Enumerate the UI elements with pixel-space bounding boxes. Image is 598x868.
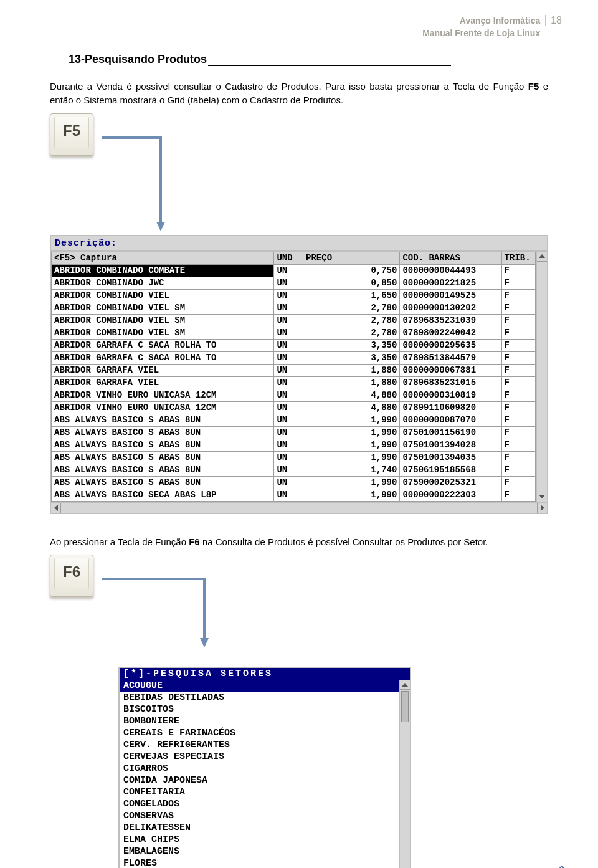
table-row[interactable]: ABRIDOR COMBINADO COMBATEUN0,75000000000…: [52, 264, 536, 277]
para2-b: F6: [189, 537, 200, 547]
col-capture[interactable]: <F5> Captura: [52, 252, 274, 264]
cell-preco: 1,990: [303, 451, 400, 464]
table-row[interactable]: ABRIDOR VINHO EURO UNICASA 12CMUN4,88007…: [52, 401, 536, 414]
sector-vscrollbar[interactable]: [399, 680, 410, 868]
table-row[interactable]: ABS ALWAYS BASICO S ABAS 8UNUN1,99007501…: [52, 451, 536, 464]
cell-barras: 07501001394028: [400, 439, 501, 451]
page-header: Avanço Informática Manual Frente de Loja…: [422, 15, 567, 39]
list-item[interactable]: CONFEITARIA: [120, 786, 399, 798]
f5-key: F5: [50, 113, 93, 156]
table-row[interactable]: ABRIDOR GARRAFA C SACA ROLHA TOUN3,35007…: [52, 351, 536, 364]
cell-barras: 00000000087070: [400, 414, 501, 426]
list-item[interactable]: DELIKATESSEN: [120, 822, 399, 834]
para2-a: Ao pressionar a Tecla de Função: [50, 537, 189, 547]
cell-und: UN: [274, 364, 303, 376]
table-row[interactable]: ABRIDOR GARRAFA VIELUN1,8800789683523101…: [52, 376, 536, 389]
cell-trib: F: [501, 376, 535, 389]
scroll-left-icon[interactable]: [51, 503, 61, 513]
table-row[interactable]: ABRIDOR COMBINADO VIEL SMUN2,78007898002…: [52, 327, 536, 339]
table-row[interactable]: ABRIDOR GARRAFA VIELUN1,8800000000006788…: [52, 364, 536, 376]
cell-trib: F: [501, 351, 535, 364]
cell-trib: F: [501, 277, 535, 289]
cell-barras: 00000000310819: [400, 389, 501, 401]
cell-und: UN: [274, 327, 303, 339]
cell-barras: 07501001156190: [400, 426, 501, 439]
table-row[interactable]: ABS ALWAYS BASICO S ABAS 8UNUN1,99000000…: [52, 414, 536, 426]
list-item[interactable]: EMBALAGENS: [120, 846, 399, 857]
cell-desc: ABRIDOR COMBINADO COMBATE: [52, 264, 274, 277]
scroll-up-icon[interactable]: [400, 680, 410, 690]
cell-preco: 1,990: [303, 426, 400, 439]
table-row[interactable]: ABS ALWAYS BASICO S ABAS 8UNUN1,99007590…: [52, 476, 536, 489]
col-preco[interactable]: PREÇO: [303, 252, 400, 264]
table-row[interactable]: ABRIDOR GARRAFA C SACA ROLHA TOUN3,35000…: [52, 339, 536, 351]
grid-vscrollbar[interactable]: [536, 252, 547, 502]
table-row[interactable]: ABRIDOR VINHO EURO UNICASA 12CMUN4,88000…: [52, 389, 536, 401]
cell-trib: F: [501, 314, 535, 327]
scroll-right-icon[interactable]: [537, 503, 547, 513]
scroll-down-icon[interactable]: [537, 492, 547, 502]
cell-trib: F: [501, 302, 535, 314]
scroll-down-icon[interactable]: [400, 866, 410, 868]
list-item[interactable]: ELMA CHIPS: [120, 834, 399, 846]
list-item[interactable]: BEBIDAS DESTILADAS: [120, 692, 399, 703]
table-row[interactable]: ABS ALWAYS BASICO S ABAS 8UNUN1,99007501…: [52, 426, 536, 439]
cell-desc: ABRIDOR COMBINADO VIEL SM: [52, 302, 274, 314]
cell-barras: 07898513844579: [400, 351, 501, 364]
cell-und: UN: [274, 339, 303, 351]
list-item[interactable]: BOMBONIERE: [120, 715, 399, 727]
cell-und: UN: [274, 289, 303, 302]
table-row[interactable]: ABS ALWAYS BASICO SECA ABAS L8PUN1,99000…: [52, 489, 536, 501]
list-item[interactable]: CIGARROS: [120, 763, 399, 775]
table-row[interactable]: ABS ALWAYS BASICO S ABAS 8UNUN1,99007501…: [52, 439, 536, 451]
table-row[interactable]: ABRIDOR COMBINADO VIEL SMUN2,78000000000…: [52, 302, 536, 314]
sector-list[interactable]: ACOUGUEBEBIDAS DESTILADASBISCOITOSBOMBON…: [120, 680, 399, 868]
cell-und: UN: [274, 426, 303, 439]
cell-preco: 4,880: [303, 389, 400, 401]
cell-trib: F: [501, 489, 535, 501]
list-item[interactable]: COMIDA JAPONESA: [120, 775, 399, 786]
key-label-f6: F6: [50, 563, 93, 581]
section-number: 13-: [69, 53, 85, 65]
table-row[interactable]: ABS ALWAYS BASICO S ABAS 8UNUN1,74007506…: [52, 464, 536, 476]
cell-trib: F: [501, 327, 535, 339]
scroll-thumb[interactable]: [401, 691, 409, 722]
cell-und: UN: [274, 439, 303, 451]
cell-preco: 0,750: [303, 264, 400, 277]
cell-preco: 2,780: [303, 327, 400, 339]
grid-header-row: <F5> Captura UND PREÇO COD. BARRAS TRIB.: [52, 252, 536, 264]
sector-search-panel: [*]-PESQUISA SETORES ACOUGUEBEBIDAS DEST…: [118, 667, 411, 868]
list-item[interactable]: CONSERVAS: [120, 810, 399, 822]
list-item[interactable]: CEREAIS E FARINACÉOS: [120, 727, 399, 739]
list-item[interactable]: CONGELADOS: [120, 798, 399, 810]
cell-desc: ABS ALWAYS BASICO S ABAS 8UN: [52, 451, 274, 464]
table-row[interactable]: ABRIDOR COMBINADO VIELUN1,65000000000149…: [52, 289, 536, 302]
cell-trib: F: [501, 426, 535, 439]
cell-barras: 00000000044493: [400, 264, 501, 277]
cell-und: UN: [274, 464, 303, 476]
header-line2: Manual Frente de Loja Linux: [422, 27, 540, 40]
cell-und: UN: [274, 489, 303, 501]
cell-preco: 3,350: [303, 339, 400, 351]
page-number-top: 18: [545, 15, 567, 26]
cell-und: UN: [274, 351, 303, 364]
list-item[interactable]: BISCOITOS: [120, 703, 399, 715]
cell-trib: F: [501, 264, 535, 277]
grid-hscrollbar[interactable]: [51, 502, 547, 513]
list-item[interactable]: CERV. REFRIGERANTES: [120, 739, 399, 751]
cell-barras: 00000000130202: [400, 302, 501, 314]
table-row[interactable]: ABRIDOR COMBINADO VIEL SMUN2,78007896835…: [52, 314, 536, 327]
arrow-icon: [98, 576, 229, 651]
paragraph-1: Durante a Venda é possível consultar o C…: [50, 80, 548, 107]
col-barras[interactable]: COD. BARRAS: [400, 252, 501, 264]
sector-title: [*]-PESQUISA SETORES: [120, 668, 410, 680]
col-und[interactable]: UND: [274, 252, 303, 264]
list-item[interactable]: FLORES: [120, 857, 399, 868]
cell-preco: 4,880: [303, 401, 400, 414]
col-trib[interactable]: TRIB.: [501, 252, 535, 264]
f6-key: F6: [50, 555, 93, 597]
list-item[interactable]: CERVEJAS ESPECIAIS: [120, 751, 399, 763]
table-row[interactable]: ABRIDOR COMBINADO JWCUN0,850000000002218…: [52, 277, 536, 289]
scroll-up-icon[interactable]: [537, 252, 547, 262]
list-item[interactable]: ACOUGUE: [120, 680, 399, 692]
